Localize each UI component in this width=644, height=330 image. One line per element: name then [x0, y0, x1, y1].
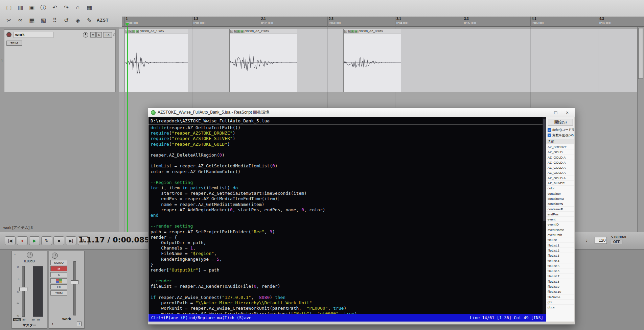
fx-icon[interactable]: ≡ [354, 30, 358, 33]
code-editor[interactable]: D:\reapdock\AZSTOKE_Wwise_FullAuto_Bank_… [148, 117, 546, 314]
watch-variable-row[interactable]: fileList.3 [546, 253, 574, 258]
watch-variable-row[interactable]: gfx [546, 300, 574, 305]
watch-variable-row[interactable]: fileList.2 [546, 248, 574, 253]
edit-cursor[interactable] [127, 27, 128, 232]
watch-variable-row[interactable]: containerID [546, 196, 574, 201]
open-project-icon[interactable]: ▥ [16, 3, 25, 12]
track-1-panel[interactable]: work M S FX TRIM [4, 29, 116, 92]
watch-variable-row[interactable]: fileList.9 [546, 284, 574, 289]
code-scrollbar[interactable] [543, 117, 546, 314]
watch-variable-row[interactable]: fileList.10 [546, 289, 574, 294]
solo-button[interactable]: S [50, 272, 67, 277]
record-button[interactable]: ● [17, 236, 28, 245]
watch-variable-row[interactable]: event [546, 217, 574, 222]
watch-variable-row[interactable]: color [546, 186, 574, 191]
watch-variable-row[interactable]: AZ_GOLD [546, 149, 574, 155]
undo-icon[interactable]: ↶ [50, 3, 60, 12]
watch-variable-row[interactable]: containerN [546, 201, 574, 206]
work-pan-knob[interactable] [52, 253, 58, 259]
fx-icon[interactable]: ≡ [136, 30, 139, 33]
watch-variable-row[interactable]: AZ_BRONZE [546, 144, 574, 149]
watch-variable-row[interactable]: —— [546, 310, 574, 315]
fx-icon[interactable]: ≡ [240, 30, 244, 33]
record-arm-button[interactable] [6, 32, 12, 37]
watch-variable-list[interactable]: AZ_BRONZEAZ_GOLDAZ_GOLD.AAZ_GOLD.AAZ_GOL… [546, 144, 574, 322]
master-mixer-strip[interactable]: ⇔ 0.00dB 120-12-24-42 RMS -inf -inf -inf… [12, 251, 47, 329]
watch-variable-row[interactable]: eventPath [546, 232, 574, 237]
fx-button[interactable]: FX [103, 32, 112, 38]
close-button[interactable]: × [562, 109, 572, 116]
notes-icon[interactable]: i [351, 30, 354, 33]
work-fader-track[interactable] [73, 261, 76, 315]
info-button[interactable]: i [77, 322, 82, 326]
master-fader-handle[interactable] [19, 287, 27, 291]
lock-icon[interactable]: ▫ [344, 30, 347, 33]
play-button[interactable]: ▶ [29, 236, 40, 245]
watch-variable-row[interactable]: fileList.5 [546, 263, 574, 268]
watch-variable-row[interactable]: fileList.8 [546, 279, 574, 284]
maximize-button[interactable]: □ [551, 109, 560, 116]
go-to-start-button[interactable]: |◀ [5, 236, 16, 245]
solo-button[interactable]: S [96, 32, 102, 38]
trim-button[interactable]: TRIM [6, 41, 22, 46]
watch-variable-row[interactable]: eventID [546, 222, 574, 227]
trim-button[interactable]: TRIM [50, 290, 67, 296]
notes-icon[interactable]: i [132, 30, 135, 33]
nudge-icon[interactable]: ⠿ [50, 16, 60, 25]
watch-variable-row[interactable]: fileName [546, 294, 574, 300]
watch-variable-row[interactable]: fileList.4 [546, 258, 574, 263]
watch-variable-row[interactable]: fileList.6 [546, 268, 574, 274]
media-item[interactable]: ▫Mi≡pl0000_AZ_2.wav [229, 29, 297, 92]
media-item[interactable]: ▫Mi≡pl0000_AZ_1.wav [124, 29, 188, 92]
work-mixer-strip[interactable]: MONOMSFXTRIM work 1 i [49, 251, 85, 329]
bpm-value[interactable]: 120 [595, 237, 607, 244]
watch-variable-row[interactable]: AZ_GOLD.A [546, 165, 574, 170]
pencil-icon[interactable]: ✎ [85, 16, 94, 25]
mute-icon[interactable]: M [129, 30, 132, 33]
checkbox-checked-icon[interactable]: ✓ [548, 128, 551, 132]
tempo-display[interactable]: ♩ = 120 [586, 237, 607, 244]
watch-variable-row[interactable]: fileList.7 [546, 274, 574, 279]
route-button[interactable] [50, 278, 67, 283]
master-fader-track[interactable] [22, 266, 25, 317]
checkbox-checked-icon[interactable]: ✓ [548, 134, 551, 137]
timeline-ruler[interactable]: 10:00.0001.30:01.0002.10:02.0002.30:03.0… [122, 17, 644, 27]
stereo-width-icon[interactable]: ⇔ [13, 252, 17, 256]
new-project-icon[interactable]: ▢ [4, 3, 14, 12]
pan-knob[interactable] [83, 32, 88, 38]
go-to-end-button[interactable]: ▶| [66, 236, 76, 245]
watch-variable-row[interactable]: AZ_GOLD.A [546, 175, 574, 181]
ide-window[interactable]: AZSTOKE_Wwise_FullAuto_Bank_5.lua - ReaS… [148, 108, 575, 325]
track-name[interactable]: work [14, 32, 53, 38]
watch-variable-row[interactable]: AZ_GOLD.A [546, 160, 574, 165]
watch-variable-row[interactable]: eventName [546, 227, 574, 232]
mute-icon[interactable]: M [234, 30, 237, 33]
global-automation-value[interactable]: OFF [611, 240, 622, 244]
lock-icon[interactable]: ▫ [230, 30, 233, 33]
vertical-scrollbar[interactable] [637, 27, 644, 232]
scrollbar-thumb[interactable] [638, 28, 643, 79]
fx-bypass-icon[interactable] [113, 33, 116, 36]
watch-variable-row[interactable]: AZ_GOLD.A [546, 170, 574, 175]
mute-button[interactable]: M [50, 266, 67, 271]
mono-button[interactable]: MONO [50, 260, 67, 265]
mute-icon[interactable]: M [348, 30, 351, 33]
watch-checkbox-row[interactable]: ✓ 変数を監視(W) [548, 133, 574, 138]
global-automation-override[interactable]: ∿ GLOBAL OFF [611, 235, 627, 244]
watch-variable-row[interactable]: container [546, 191, 574, 196]
project-info-icon[interactable]: ⓘ [39, 3, 48, 12]
watch-variable-row[interactable]: containerP [546, 207, 574, 212]
grid-settings-icon[interactable]: ▦ [85, 3, 94, 12]
grid-icon[interactable]: ▦ [27, 16, 37, 25]
cut-icon[interactable]: ✂ [4, 16, 14, 25]
ide-title-bar[interactable]: AZSTOKE_Wwise_FullAuto_Bank_5.lua - ReaS… [148, 108, 575, 117]
lock-icon[interactable]: ◈ [73, 16, 83, 25]
glue-icon[interactable]: ∞ [16, 16, 25, 25]
routing-icon[interactable]: ▧ [39, 16, 48, 25]
start-button[interactable]: 開始(S) [548, 119, 573, 125]
notes-icon[interactable]: i [237, 30, 240, 33]
code-scrollbar-thumb[interactable] [543, 119, 546, 221]
loop-icon[interactable]: ↺ [62, 16, 71, 25]
watch-variable-row[interactable]: AZ_SILVER [546, 181, 574, 186]
mute-button[interactable]: M [90, 32, 96, 38]
